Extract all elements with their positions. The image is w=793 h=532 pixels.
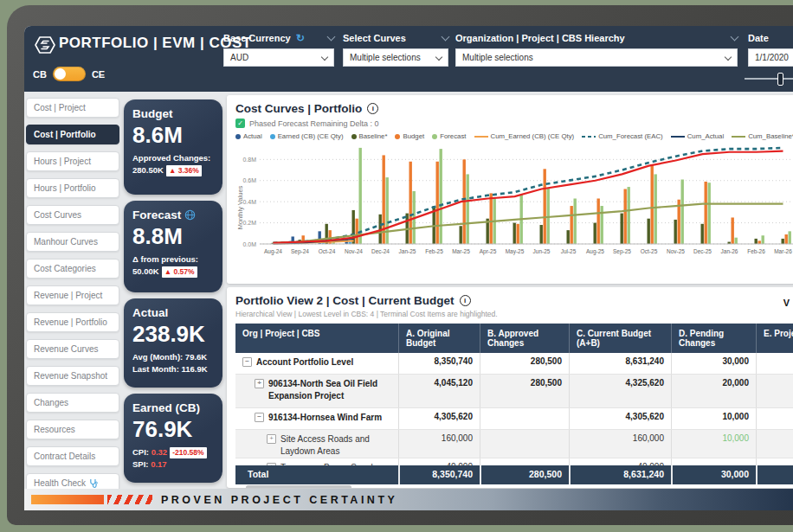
legend-item[interactable]: Cum_Earned (CB) (CE Qty) xyxy=(474,132,575,140)
sidebar-item-resources[interactable]: Resources xyxy=(26,420,119,439)
bar-Forecast[interactable] xyxy=(547,188,550,244)
date-input[interactable]: 1/1/2020 xyxy=(748,48,793,67)
bar-Baseline*[interactable] xyxy=(540,225,543,244)
expand-collapse-icon[interactable]: − xyxy=(242,357,252,367)
date-slider-handle[interactable] xyxy=(777,73,783,86)
bar-Baseline*[interactable] xyxy=(567,230,570,244)
table-row[interactable]: +Site Access Roads and Laydown Areas160,… xyxy=(235,430,793,458)
column-header[interactable]: D. Pending Changes xyxy=(671,324,756,353)
bar-Budget[interactable] xyxy=(436,162,439,244)
legend-item[interactable]: Baseline* xyxy=(351,132,388,140)
bar-Budget[interactable] xyxy=(409,162,412,244)
bar-Budget[interactable] xyxy=(490,193,493,244)
legend-item[interactable]: Actual xyxy=(235,132,262,140)
sidebar-item-revenue-curves[interactable]: Revenue Curves xyxy=(26,339,119,359)
cb-ce-toggle[interactable] xyxy=(53,67,86,81)
info-icon[interactable]: i xyxy=(460,295,471,306)
base-currency-dropdown[interactable]: AUD xyxy=(223,48,334,67)
table-row[interactable]: −916134-Hornsea Wind Farm4,305,6204,305,… xyxy=(235,408,793,430)
bar-Budget[interactable] xyxy=(732,217,734,244)
bar-Baseline*[interactable] xyxy=(648,219,650,244)
date-slider[interactable] xyxy=(745,78,793,80)
bar-Budget[interactable] xyxy=(597,198,600,244)
sidebar-item-cost-categories[interactable]: Cost Categories xyxy=(26,259,119,279)
bar-Budget[interactable] xyxy=(758,240,761,244)
checkbox-label: Phased Forecast Remaining Delta : 0 xyxy=(249,119,379,128)
legend-item[interactable]: Cum_Baseline* xyxy=(732,132,793,140)
kpi-card-budget[interactable]: Budget 8.6M Approved Changes: 280.50K▲ 3… xyxy=(124,99,222,195)
bar-Forecast[interactable] xyxy=(574,198,577,244)
sidebar-item-revenue-portfolio[interactable]: Revenue | Portfolio xyxy=(26,312,119,332)
bar-Baseline*[interactable] xyxy=(513,223,516,244)
bar-Forecast[interactable] xyxy=(762,235,764,244)
bar-Forecast[interactable] xyxy=(467,174,469,244)
kpi-card-forecast[interactable]: Forecast 8.8M Δ from previous: 50.00K▲ 0… xyxy=(124,201,222,292)
kpi-card-actual[interactable]: Actual 238.9K Avg (Month): 79.6K Last Mo… xyxy=(124,298,222,388)
bar-Forecast[interactable] xyxy=(601,206,603,244)
expand-collapse-icon[interactable]: − xyxy=(255,413,264,422)
legend-item[interactable]: Forecast xyxy=(432,132,466,140)
legend-item[interactable]: Cum_Actual xyxy=(671,132,724,140)
bar-Budget[interactable] xyxy=(651,164,654,244)
expand-collapse-icon[interactable]: + xyxy=(267,434,276,444)
column-header[interactable]: C. Current Budget (A+B) xyxy=(569,324,671,353)
sidebar-item-revenue-project[interactable]: Revenue | Project xyxy=(26,285,119,305)
bar-Forecast[interactable] xyxy=(681,180,684,244)
sidebar-item-hours-portfolio[interactable]: Hours | Portfolio xyxy=(26,178,119,198)
bar-Budget[interactable] xyxy=(383,155,385,244)
column-header[interactable]: A. Original Budget xyxy=(398,324,480,353)
sidebar-item-hours-project[interactable]: Hours | Project xyxy=(26,151,119,171)
bar-Forecast[interactable] xyxy=(628,187,630,244)
bar-Budget[interactable] xyxy=(705,182,707,244)
bar-Forecast[interactable] xyxy=(386,177,389,244)
bar-Forecast[interactable] xyxy=(735,238,738,244)
info-icon[interactable]: i xyxy=(367,103,378,114)
sidebar-item-contract-details[interactable]: Contract Details xyxy=(26,446,119,466)
bar-Forecast[interactable] xyxy=(440,149,442,244)
bar-Baseline*[interactable] xyxy=(782,239,784,244)
bar-Baseline*[interactable] xyxy=(594,223,596,244)
refresh-icon[interactable]: ↻ xyxy=(296,34,305,42)
bar-Budget[interactable] xyxy=(624,189,627,244)
cost-curves-chart[interactable]: 0.0M0.2M0.4M0.6M0.8MMonthly ValuesAug-24… xyxy=(235,140,793,265)
legend-item[interactable]: Cum_Forecast (EAC) xyxy=(582,132,663,140)
select-curves-dropdown[interactable]: Multiple selections xyxy=(343,48,448,67)
bar-Baseline*[interactable] xyxy=(755,239,758,244)
chevron-down-icon[interactable] xyxy=(731,33,739,42)
bar-Baseline*[interactable] xyxy=(621,214,623,244)
bar-Budget[interactable] xyxy=(356,219,358,244)
sidebar-item-cost-project[interactable]: Cost | Project xyxy=(26,98,119,118)
bar-Forecast[interactable] xyxy=(708,183,711,244)
bar-Baseline*[interactable] xyxy=(701,224,704,244)
bar-Forecast[interactable] xyxy=(789,231,791,244)
bar-Baseline*[interactable] xyxy=(674,220,677,244)
legend-item[interactable]: Earned (CB) (CE Qty) xyxy=(270,132,344,140)
expand-collapse-icon[interactable]: + xyxy=(255,379,264,388)
sidebar-item-revenue-snapshot[interactable]: Revenue Snapshot xyxy=(26,366,119,386)
sidebar-item-cost-curves[interactable]: Cost Curves xyxy=(26,205,119,225)
org-project-cbs-dropdown[interactable]: Multiple selections xyxy=(455,48,738,67)
bar-Forecast[interactable] xyxy=(654,174,657,244)
table-row[interactable]: +906134-North Sea Oil Field Expansion Pr… xyxy=(235,375,793,408)
bar-Forecast[interactable] xyxy=(359,148,362,244)
checkbox-checked-icon[interactable]: ✓ xyxy=(235,119,245,128)
bar-Baseline*[interactable] xyxy=(460,226,462,244)
sidebar-item-changes[interactable]: Changes xyxy=(26,393,119,413)
bar-Budget[interactable] xyxy=(544,169,546,244)
chart-panel-title: Cost Curves | Portfolio xyxy=(235,102,362,115)
bar-Budget[interactable] xyxy=(785,234,788,244)
chevron-down-icon[interactable] xyxy=(442,33,450,42)
table-row[interactable]: −Account Portfolio Level8,350,740280,500… xyxy=(235,353,793,375)
bar-Budget[interactable] xyxy=(571,206,573,244)
column-header[interactable]: E. Projec xyxy=(756,324,793,353)
column-header[interactable]: B. Approved Changes xyxy=(480,324,569,353)
chevron-down-icon[interactable] xyxy=(327,33,336,42)
sidebar-item-manhour-curves[interactable]: Manhour Curves xyxy=(26,232,119,252)
table-horizontal-scrollbar[interactable] xyxy=(246,485,351,488)
column-header[interactable]: Org | Project | CBS xyxy=(235,324,398,353)
legend-item[interactable]: Budget xyxy=(395,132,424,140)
kpi-card-earned[interactable]: Earned (CB) 76.9K CPI: 0.32-210.58% SPI:… xyxy=(124,394,222,483)
bar-Budget[interactable] xyxy=(517,224,519,244)
svg-text:0.4M: 0.4M xyxy=(242,199,256,205)
sidebar-item-cost-portfolio[interactable]: Cost | Portfolio xyxy=(26,125,119,144)
